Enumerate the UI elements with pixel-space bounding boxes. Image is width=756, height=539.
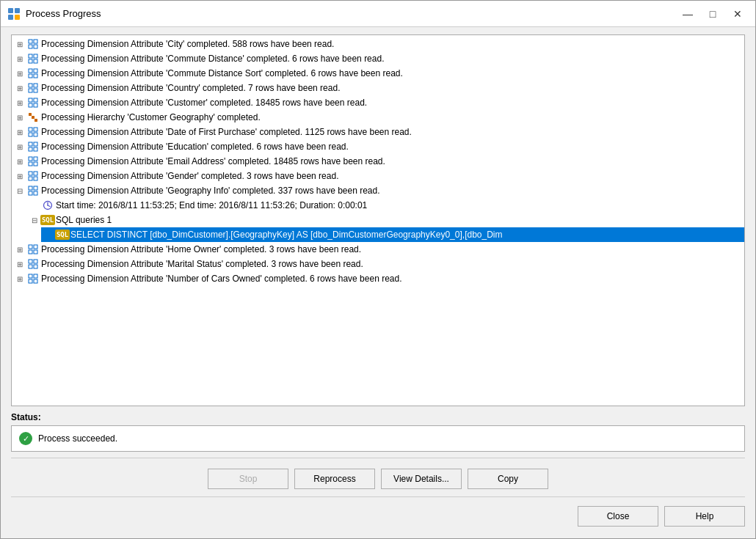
status-box: ✓ Process succeeded. xyxy=(11,425,745,452)
svg-rect-42 xyxy=(34,177,37,180)
svg-rect-35 xyxy=(29,157,32,161)
sql-folder-icon: SQL xyxy=(42,214,54,226)
svg-rect-44 xyxy=(34,186,37,190)
expand-icon[interactable]: ⊞ xyxy=(15,259,25,269)
sql-icon: SQL xyxy=(57,229,68,241)
window-body: ⊞ Processing Dimension Attribute 'City' … xyxy=(1,27,755,538)
svg-rect-39 xyxy=(29,172,32,175)
svg-rect-52 xyxy=(29,250,32,254)
svg-rect-54 xyxy=(29,260,32,263)
svg-rect-24 xyxy=(29,113,32,116)
grid-icon xyxy=(27,97,39,109)
grid-icon xyxy=(27,141,39,153)
log-row[interactable]: ⊟ Processing Dimension Attribute 'Geogra… xyxy=(12,183,744,198)
clock-icon xyxy=(42,199,54,211)
log-row[interactable]: ⊞ Processing Dimension Attribute 'Custom… xyxy=(12,95,744,110)
svg-rect-59 xyxy=(34,274,37,278)
log-text: Processing Dimension Attribute 'Customer… xyxy=(41,98,367,108)
log-text: Processing Dimension Attribute 'Gender' … xyxy=(41,171,338,181)
log-row[interactable]: ⊞ Processing Dimension Attribute 'Commut… xyxy=(12,66,744,81)
log-row[interactable]: ⊞ Processing Dimension Attribute 'Educat… xyxy=(12,139,744,154)
expand-icon[interactable]: ⊞ xyxy=(15,112,25,122)
log-text: SELECT DISTINCT [dbo_DimCustomer].[Geogr… xyxy=(70,230,503,240)
svg-rect-40 xyxy=(34,172,37,175)
expand-icon[interactable]: ⊞ xyxy=(15,98,25,108)
svg-rect-16 xyxy=(29,84,32,87)
log-row[interactable]: ⊟ SQL SQL queries 1 xyxy=(26,213,744,227)
svg-rect-37 xyxy=(29,162,32,166)
log-row-selected[interactable]: SQL SELECT DISTINCT [dbo_DimCustomer].[G… xyxy=(41,227,744,242)
grid-icon xyxy=(27,243,39,255)
status-label: Status: xyxy=(11,412,745,422)
status-section: Status: ✓ Process succeeded. xyxy=(11,412,745,452)
expand-icon[interactable]: ⊞ xyxy=(15,83,25,93)
log-row[interactable]: ⊞ Processing Dimension Attribute 'Countr… xyxy=(12,81,744,95)
log-row[interactable]: ⊞ Processing Dimension Attribute 'Home O… xyxy=(12,242,744,257)
log-row[interactable]: ⊞ Processing Dimension Attribute 'City' … xyxy=(12,37,744,51)
title-bar: Process Progress — □ ✕ xyxy=(1,1,755,27)
log-text: Processing Dimension Attribute 'Number o… xyxy=(41,274,402,284)
success-icon: ✓ xyxy=(19,432,32,445)
log-row[interactable]: ⊞ Processing Dimension Attribute 'Number… xyxy=(12,271,744,286)
expand-icon[interactable]: ⊞ xyxy=(15,68,25,78)
svg-rect-57 xyxy=(34,265,37,268)
svg-rect-9 xyxy=(34,54,37,58)
status-text: Process succeeded. xyxy=(38,433,117,444)
log-text: Processing Dimension Attribute 'Home Own… xyxy=(41,244,361,254)
log-area[interactable]: ⊞ Processing Dimension Attribute 'City' … xyxy=(11,34,745,406)
svg-rect-55 xyxy=(34,260,37,263)
expand-icon[interactable]: ⊞ xyxy=(15,244,25,254)
collapse-icon[interactable]: ⊟ xyxy=(15,186,25,196)
svg-rect-53 xyxy=(34,250,37,254)
svg-rect-12 xyxy=(29,69,32,73)
svg-rect-43 xyxy=(29,186,32,190)
svg-rect-30 xyxy=(34,133,37,136)
close-button[interactable]: Close xyxy=(578,506,658,527)
grid-icon xyxy=(27,38,39,50)
log-text: Processing Dimension Attribute 'City' co… xyxy=(41,39,334,49)
stop-button[interactable]: Stop xyxy=(208,469,288,489)
log-row[interactable]: ⊞ Processing Dimension Attribute 'Commut… xyxy=(12,51,744,66)
log-text: Processing Dimension Attribute 'Country'… xyxy=(41,83,340,93)
grid-icon xyxy=(27,155,39,167)
expand-icon[interactable]: ⊞ xyxy=(15,142,25,152)
minimize-button[interactable]: — xyxy=(676,5,699,23)
view-details-button[interactable]: View Details... xyxy=(381,469,462,489)
grid-icon xyxy=(27,273,39,285)
svg-rect-22 xyxy=(29,103,32,107)
svg-rect-23 xyxy=(34,103,37,107)
expand-icon[interactable]: ⊞ xyxy=(15,127,25,137)
svg-rect-2 xyxy=(8,15,13,20)
copy-button[interactable]: Copy xyxy=(468,469,548,489)
svg-rect-21 xyxy=(34,98,37,102)
expand-icon[interactable]: ⊞ xyxy=(15,171,25,181)
expand-icon[interactable]: ⊞ xyxy=(15,156,25,166)
window-title: Process Progress xyxy=(26,8,676,19)
reprocess-button[interactable]: Reprocess xyxy=(294,469,375,489)
expand-icon[interactable]: ⊞ xyxy=(15,54,25,64)
svg-rect-5 xyxy=(34,40,37,43)
log-text: Processing Dimension Attribute 'Geograph… xyxy=(41,186,380,196)
svg-rect-27 xyxy=(29,128,32,131)
grid-icon xyxy=(27,126,39,138)
maximize-button[interactable]: □ xyxy=(701,5,724,23)
svg-rect-31 xyxy=(29,142,32,146)
log-row[interactable]: Start time: 2016/8/11 11:53:25; End time… xyxy=(26,198,744,213)
expand-icon[interactable]: ⊞ xyxy=(15,274,25,284)
svg-rect-33 xyxy=(29,147,32,151)
svg-rect-8 xyxy=(29,54,32,58)
log-row[interactable]: ⊞ Processing Dimension Attribute 'Date o… xyxy=(12,125,744,139)
divider-bottom xyxy=(11,496,745,497)
svg-rect-29 xyxy=(29,133,32,136)
log-row[interactable]: ⊞ Processing Dimension Attribute 'Email … xyxy=(12,154,744,169)
log-row[interactable]: ⊞ Processing Dimension Attribute 'Gender… xyxy=(12,169,744,183)
svg-rect-56 xyxy=(29,265,32,268)
log-text: Processing Hierarchy 'Customer Geography… xyxy=(41,112,261,122)
collapse-icon[interactable]: ⊟ xyxy=(29,215,40,225)
log-row[interactable]: ⊞ Processing Dimension Attribute 'Marita… xyxy=(12,257,744,271)
expand-icon[interactable]: ⊞ xyxy=(15,39,25,49)
svg-rect-15 xyxy=(34,74,37,78)
close-window-button[interactable]: ✕ xyxy=(726,5,749,23)
help-button[interactable]: Help xyxy=(664,506,745,527)
log-row[interactable]: ⊞ Processing Hierarchy 'Customer Geograp… xyxy=(12,110,744,125)
